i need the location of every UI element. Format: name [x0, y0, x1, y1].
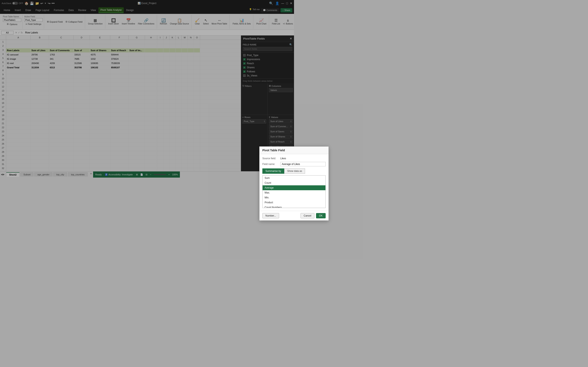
modal-title: Pivot Table Field: [259, 147, 294, 154]
modal-overlay: Pivot Table Field Source field: Likes Fi…: [0, 0, 294, 184]
source-field-value: Likes: [280, 157, 286, 160]
pivot-table-field-dialog: Pivot Table Field Source field: Likes Fi…: [259, 146, 294, 184]
summarise-by-tab[interactable]: Summarise by: [262, 168, 284, 174]
field-name-label: Field name:: [262, 163, 279, 166]
source-field-label: Source field:: [262, 157, 279, 160]
modal-body: Source field: Likes Field name: Summaris…: [259, 154, 294, 184]
modal-list-item-count[interactable]: Count: [263, 180, 294, 184]
modal-tabs: Summarise by Show data as: [262, 168, 294, 174]
summarise-list: SumCountAverageMax.Min.ProductCount Numb…: [262, 175, 294, 184]
source-field-row: Source field: Likes: [262, 157, 294, 160]
field-name-input[interactable]: [280, 162, 294, 166]
modal-list-item-sum[interactable]: Sum: [263, 175, 294, 180]
field-name-row: Field name:: [262, 162, 294, 166]
show-data-as-tab[interactable]: Show data as: [284, 168, 294, 174]
